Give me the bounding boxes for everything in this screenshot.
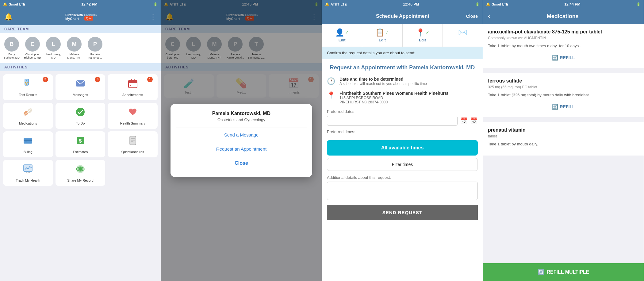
- med-name-2: ferrous sulfate: [488, 78, 639, 84]
- refill-icon-2: 🔄: [552, 104, 558, 110]
- activity-track-my-health[interactable]: 123 Track My Health: [3, 160, 53, 186]
- refill-multiple-btn[interactable]: 🔄 REFILL MULTIPLE: [483, 263, 644, 281]
- schedule-nav-title: Schedule Appointment: [376, 13, 429, 19]
- clock-icon: 🕐: [327, 77, 335, 85]
- menu-icon-1[interactable]: ⋮: [150, 13, 156, 21]
- meds-nav: ‹ Medications: [483, 9, 644, 24]
- calendar-icon-1[interactable]: 📅: [460, 117, 468, 125]
- avatar-christopher[interactable]: C ChristopherRichberg, MD: [24, 37, 41, 60]
- filter-times-btn[interactable]: Filter times: [327, 158, 478, 171]
- avatar-lee[interactable]: L Lee Lowery,MD: [45, 37, 62, 60]
- avatar-melissa[interactable]: M MelissaMang, FNP: [66, 37, 83, 60]
- med-common-3: tablet: [488, 134, 639, 138]
- additional-details-input[interactable]: [327, 182, 478, 200]
- svg-point-4: [27, 82, 29, 83]
- start-date-input[interactable]: [327, 116, 458, 126]
- refill-multiple-label: REFILL MULTIPLE: [547, 269, 589, 275]
- activities-header-1: ACTIVITIES: [0, 63, 161, 71]
- action-icon-edit-form[interactable]: 📋 ✓ Edit: [362, 24, 402, 47]
- med-card-1: amoxicillin-pot clavulanate 875-125 mg p…: [483, 24, 644, 68]
- bell-icon: 🔔: [3, 2, 7, 6]
- modal-doctor-name: Pamela Kantorowski, MD: [176, 111, 306, 116]
- location-detail-sub: 145 APPLECROSS ROADPINEHURST NC 28374-00…: [339, 96, 448, 104]
- questionnaires-icon: [127, 135, 138, 148]
- med-name-3: prenatal vitamin: [488, 127, 639, 133]
- activity-test-results[interactable]: 3 Test Results: [3, 74, 53, 100]
- activity-billing[interactable]: Billing: [3, 131, 53, 157]
- med-divider-3: [483, 158, 644, 160]
- request-appointment-btn[interactable]: Request an Appointment: [176, 142, 306, 156]
- carrier-4: Gmail: [492, 2, 501, 6]
- notification-icon-1[interactable]: 🔔: [4, 13, 13, 21]
- check-icon-2: ✓: [385, 30, 389, 35]
- action-icon-edit-location[interactable]: 📍 ✓ Edit: [403, 24, 443, 47]
- location-detail-main: Firsthealth Southern Pines Womens Health…: [339, 91, 448, 96]
- send-request-btn[interactable]: SEND REQUEST: [327, 205, 478, 220]
- med-divider-2: [483, 120, 644, 122]
- care-team-row-1: B BarryBuchele, MD C ChristopherRichberg…: [0, 33, 161, 63]
- avatar-name-melissa: MelissaMang, FNP: [67, 53, 81, 60]
- refill-btn-2[interactable]: 🔄 REFILL: [488, 102, 639, 112]
- request-title: Request an Appointment with Pamela Kanto…: [327, 64, 478, 71]
- activity-share-my-record[interactable]: Share My Record: [56, 160, 105, 186]
- meds-nav-title: Medications: [493, 13, 632, 20]
- edit-label-3: Edit: [419, 38, 426, 42]
- detail-row-location: 📍 Firsthealth Southern Pines Womens Heal…: [327, 91, 478, 104]
- calendar-icon-2[interactable]: 📅: [470, 117, 478, 125]
- activity-questionnaires[interactable]: Questionnaires: [108, 131, 158, 157]
- med-card-3: prenatal vitamin tablet Take 1 tablet by…: [483, 122, 644, 156]
- svg-rect-20: [130, 136, 136, 145]
- avatar-circle-l: L: [46, 37, 61, 52]
- avatar-barry[interactable]: B BarryBuchele, MD: [3, 37, 20, 60]
- med-instructions-2: Take 1 tablet (325 mg total) by mouth da…: [488, 92, 639, 98]
- action-icon-message[interactable]: ✉️: [443, 24, 483, 47]
- medications-icon: [22, 106, 33, 120]
- action-icon-edit-person[interactable]: 👤 ✓ Edit: [322, 24, 362, 47]
- test-results-label: Test Results: [19, 93, 37, 97]
- map-pin-icon: 📍: [327, 91, 335, 99]
- medications-label: Medications: [19, 121, 37, 125]
- additional-details-label: Additional details about this request:: [327, 175, 478, 180]
- confirm-banner: Confirm the request details you are abou…: [322, 47, 483, 59]
- screen-3: 🔔 AT&T LTE 12:46 PM 🔋 Schedule Appointme…: [322, 0, 483, 281]
- estimates-label: Estimates: [73, 150, 88, 154]
- med-name-1: amoxicillin-pot clavulanate 875-125 mg p…: [488, 29, 639, 35]
- status-bar-1: 🔔 Gmail LTE 12:42 PM 🔋: [0, 0, 161, 9]
- messages-icon: [75, 78, 86, 91]
- schedule-close-btn[interactable]: Close: [466, 14, 478, 19]
- activity-messages[interactable]: 6 Messages: [56, 74, 105, 100]
- activity-appointments[interactable]: 1 Appointments: [108, 74, 158, 100]
- person-icon: 👤: [335, 28, 344, 37]
- activity-todo[interactable]: To Do: [56, 103, 105, 129]
- activity-health-summary[interactable]: Health Summary: [108, 103, 158, 129]
- screen-4: 🔔 Gmail LTE 12:44 PM 🔋 ‹ Medications amo…: [483, 0, 644, 281]
- battery-icon-1: 🔋: [153, 2, 158, 6]
- time-detail-main: Date and time to be determined: [339, 77, 427, 82]
- avatar-circle-p: P: [88, 37, 102, 52]
- med-common-2: 325 mg (65 mg iron) EC tablet: [488, 85, 639, 89]
- form-icon: 📋: [375, 28, 385, 37]
- activity-estimates[interactable]: $ Estimates: [56, 131, 105, 157]
- status-left-1: 🔔 Gmail LTE: [3, 2, 25, 6]
- schedule-nav: Schedule Appointment Close: [322, 9, 483, 24]
- avatar-pamela[interactable]: P PamelaKantoros...: [86, 37, 104, 60]
- detail-row-time: 🕐 Date and time to be determined A sched…: [327, 77, 478, 86]
- preferred-dates-label: Preferred dates:: [327, 109, 478, 114]
- avatar-circle-c: C: [25, 37, 40, 52]
- envelope-icon: ✉️: [458, 28, 467, 37]
- time-4: 12:44 PM: [564, 2, 580, 6]
- care-team-header-1: CARE TEAM: [0, 25, 161, 33]
- svg-rect-8: [131, 79, 132, 82]
- all-available-times-btn[interactable]: All available times: [327, 140, 478, 156]
- activity-medications[interactable]: Medications: [3, 103, 53, 129]
- billing-icon: [22, 135, 33, 148]
- refill-btn-1[interactable]: 🔄 REFILL: [488, 52, 639, 63]
- appointments-icon: [127, 78, 138, 91]
- med-instructions-3: Take 1 tablet by mouth daily.: [488, 141, 639, 147]
- send-message-btn[interactable]: Send a Message: [176, 128, 306, 142]
- modal-close-btn[interactable]: Close: [176, 156, 306, 170]
- badge-appointments: 1: [147, 77, 153, 82]
- powered-by-1: powered by: [84, 13, 97, 16]
- preferred-times-label: Preferred times:: [327, 129, 478, 134]
- back-arrow-btn[interactable]: ‹: [488, 12, 490, 20]
